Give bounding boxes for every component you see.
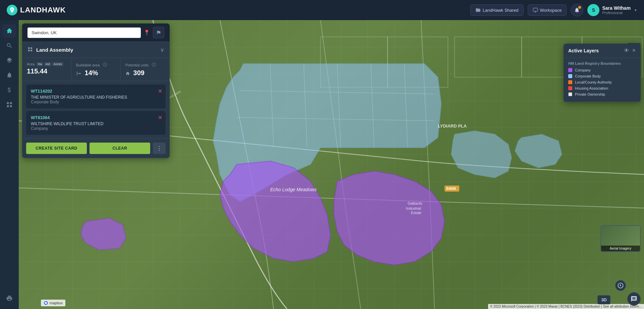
svg-text:Estate: Estate <box>411 211 421 215</box>
legend-label-private: Private Ownership <box>575 92 605 96</box>
location-pin-icon: 📍 <box>143 30 150 36</box>
area-tag-ha[interactable]: Ha <box>37 62 43 66</box>
legend-private: Private Ownership <box>568 92 636 96</box>
legend-dot-local <box>568 80 572 84</box>
user-menu[interactable]: S Sara Witham Professional ▼ <box>587 4 637 16</box>
svg-point-34 <box>44 301 48 305</box>
stat-area: Area Ha m2 Acres 115.44 <box>22 58 71 81</box>
search-bar: 📍 <box>22 23 170 42</box>
location-search-input[interactable] <box>27 28 141 38</box>
sidebar-item-home[interactable] <box>3 24 16 38</box>
notification-button[interactable] <box>571 4 583 16</box>
compass-button[interactable] <box>615 280 626 291</box>
user-info: Sara Witham Professional <box>602 5 631 15</box>
action-buttons-row: CREATE SITE CARD CLEAR ⋮ <box>22 138 170 158</box>
map-attribution: © 2023 Microsoft Corporation | © 2023 Ma… <box>488 304 644 309</box>
panel-title: Land Assembly <box>36 47 157 53</box>
land-item-type-1: Company <box>31 126 161 131</box>
svg-text:LYDIARD PLA: LYDIARD PLA <box>438 123 467 128</box>
legend-label-company: Company <box>575 68 591 72</box>
user-menu-chevron: ▼ <box>634 8 637 12</box>
legend-dot-corporate <box>568 74 572 78</box>
units-info-icon[interactable]: ⓘ <box>152 62 156 68</box>
top-navigation: LANDHAWK LandHawk Shared Workspace S Sar… <box>0 0 644 20</box>
legend-local: Local/County Authority <box>568 80 636 84</box>
panel-collapse-chevron[interactable]: ∨ <box>160 47 164 53</box>
nav-right: LandHawk Shared Workspace S Sara Witham … <box>470 4 637 16</box>
landhawk-shared-button[interactable]: LandHawk Shared <box>470 4 524 16</box>
land-items-list: ✕ WT114202 THE MINISTER OF AGRICULTURE A… <box>22 81 170 138</box>
flag-button[interactable] <box>153 27 164 38</box>
logo-text: LANDHAWK <box>20 6 66 14</box>
chat-button[interactable] <box>627 292 641 306</box>
layer-section-registry: HM Land Registry Boundaries Company Corp… <box>564 58 641 102</box>
legend-dot-housing <box>568 86 572 90</box>
units-value: 309 <box>125 69 165 77</box>
panel-grid-icon <box>27 47 33 53</box>
legend-label-local: Local/County Authority <box>575 80 612 84</box>
stats-row: Area Ha m2 Acres 115.44 Buildable area ⓘ… <box>22 58 170 81</box>
workspace-button[interactable]: Workspace <box>528 4 567 16</box>
buildable-label: Buildable area ⓘ <box>76 62 116 68</box>
area-label: Area Ha m2 Acres <box>27 62 66 66</box>
legend-label-corporate: Corporate Body <box>575 74 601 78</box>
legend-dot-company <box>568 68 572 72</box>
svg-text:Galliards: Galliards <box>408 201 422 205</box>
units-label: Potential units ⓘ <box>125 62 165 68</box>
legend-company: Company <box>568 68 636 72</box>
aerial-imagery-label: Aerial Imagery <box>601 246 640 251</box>
create-site-card-button[interactable]: CREATE SITE CARD <box>26 143 87 154</box>
legend-dot-private <box>568 92 572 96</box>
legend-housing: Housing Association <box>568 86 636 90</box>
land-item-close-0[interactable]: ✕ <box>158 88 162 94</box>
more-options-button[interactable]: ⋮ <box>153 143 166 154</box>
clear-button[interactable]: CLEAR <box>90 143 150 154</box>
sidebar-item-print[interactable] <box>3 292 16 305</box>
panel-header: Land Assembly ∨ <box>22 42 170 58</box>
logo-area: LANDHAWK <box>7 5 465 15</box>
user-avatar: S <box>587 4 599 16</box>
aerial-imagery-thumbnail[interactable]: Aerial Imagery <box>600 225 641 252</box>
svg-rect-0 <box>533 8 537 11</box>
sidebar-item-finance[interactable] <box>3 83 16 97</box>
area-tag-acres[interactable]: Acres <box>52 62 63 66</box>
buildable-value: 14% <box>76 69 116 77</box>
layers-close-icon[interactable]: ✕ <box>632 48 636 54</box>
legend-corporate: Corporate Body <box>568 74 636 78</box>
layers-actions: 👁 ✕ <box>624 48 636 54</box>
mapbox-logo: mapbox <box>41 300 65 306</box>
mapbox-label: mapbox <box>50 301 63 305</box>
land-item-1: ✕ WT81064 WILTSHIRE WILDLIFE TRUST LIMIT… <box>26 111 166 135</box>
buildable-info-icon[interactable]: ⓘ <box>103 62 107 68</box>
layers-header: Active Layers 👁 ✕ <box>564 44 641 58</box>
area-tags: Ha m2 Acres <box>37 62 63 66</box>
svg-text:Industrial: Industrial <box>406 206 421 210</box>
stat-buildable: Buildable area ⓘ 14% <box>71 58 121 81</box>
land-item-type-0: Corporate Body <box>31 100 161 104</box>
svg-text:B4696: B4696 <box>446 187 456 191</box>
land-item-code-1: WT81064 <box>31 115 161 120</box>
left-sidebar <box>0 20 19 309</box>
area-value: 115.44 <box>27 67 66 75</box>
land-item-0: ✕ WT114202 THE MINISTER OF AGRICULTURE A… <box>26 85 166 108</box>
sidebar-item-layers[interactable] <box>3 54 16 67</box>
land-item-name-0: THE MINISTER OF AGRICULTURE AND FISHERIE… <box>31 95 161 100</box>
land-item-close-1[interactable]: ✕ <box>158 114 162 121</box>
active-layers-panel: Active Layers 👁 ✕ HM Land Registry Bound… <box>564 44 641 102</box>
notification-dot <box>578 6 581 9</box>
stat-units: Potential units ⓘ 309 <box>121 58 170 81</box>
land-item-name-1: WILTSHIRE WILDLIFE TRUST LIMITED <box>31 121 161 126</box>
svg-text:Echo Lodge Meadows: Echo Lodge Meadows <box>270 187 317 192</box>
sidebar-item-alerts[interactable] <box>3 68 16 82</box>
sidebar-item-grid[interactable] <box>3 98 16 111</box>
legend-label-housing: Housing Association <box>575 86 608 90</box>
3d-button[interactable]: 3D <box>597 295 610 304</box>
layer-section-title: HM Land Registry Boundaries <box>568 61 636 65</box>
land-assembly-panel: 📍 Land Assembly ∨ Area Ha m2 Acres <box>22 23 170 158</box>
layers-title: Active Layers <box>568 48 599 53</box>
layers-eye-icon[interactable]: 👁 <box>624 48 629 54</box>
sidebar-item-search[interactable] <box>3 39 16 52</box>
area-tag-m2[interactable]: m2 <box>44 62 51 66</box>
logo-icon <box>7 5 17 15</box>
land-item-code-0: WT114202 <box>31 89 161 94</box>
